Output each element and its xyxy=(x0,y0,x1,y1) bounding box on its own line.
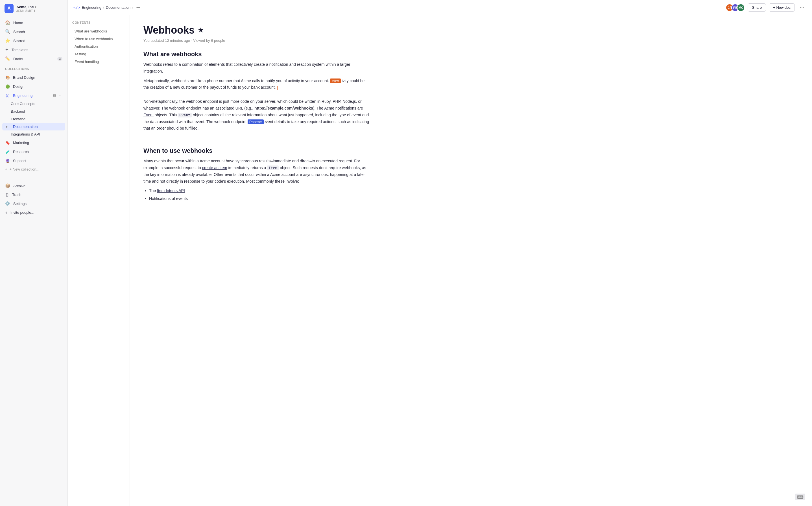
breadcrumb: </> Engineering / Documentation / ☰ xyxy=(73,3,723,12)
bullet-item-2: Notifications of events xyxy=(149,195,370,202)
invite-icon: + xyxy=(5,210,8,215)
sidebar-item-marketing[interactable]: 🔖 Marketing xyxy=(2,138,65,147)
sidebar-item-integrations[interactable]: Integrations & API xyxy=(2,131,65,138)
sidebar-nav: 🏠 Home 🔍 Search ⭐ Starred ✦ Templates ✏️… xyxy=(0,17,68,64)
sidebar-item-documentation[interactable]: ▶ Documentation xyxy=(2,123,65,131)
paragraph-3: Non-metaphorically, the webhook endpoint… xyxy=(144,98,370,132)
cursor-bar-blue xyxy=(199,127,199,131)
toc-item-testing[interactable]: Testing xyxy=(72,51,125,58)
article-title: Webhooks ★ xyxy=(144,24,370,36)
org-name: Acme, Inc ▾ xyxy=(16,5,36,9)
sidebar-item-trash[interactable]: 🗑 Trash xyxy=(2,190,65,199)
sidebar-item-drafts[interactable]: ✏️ Drafts 3 xyxy=(2,54,65,63)
sidebar-item-label: Settings xyxy=(13,201,26,206)
event-code: Event xyxy=(178,113,192,117)
collection-label: Research xyxy=(13,150,29,154)
url-text: https://example.com/webhooks xyxy=(254,106,313,110)
home-icon: 🏠 xyxy=(5,20,10,25)
sidebar-item-label: Home xyxy=(13,21,23,25)
settings-icon: ⚙️ xyxy=(5,201,10,206)
sidebar-item-research[interactable]: 🧪 Research xyxy=(2,147,65,156)
sidebar-bottom: 📦 Archive 🗑 Trash ⚙️ Settings + Invite p… xyxy=(0,180,68,218)
article-meta: You updated 12 minutes ago · Viewed by 6… xyxy=(144,38,370,43)
share-button[interactable]: Share xyxy=(748,3,766,12)
sort-icon[interactable]: ⊟ xyxy=(52,93,57,98)
archive-icon: 📦 xyxy=(5,183,10,188)
drafts-icon: ✏️ xyxy=(5,56,10,61)
trash-icon: 🗑 xyxy=(5,192,9,197)
collections-label: COLLECTIONS xyxy=(0,64,68,72)
toc-item-what[interactable]: What are webhooks xyxy=(72,28,125,35)
sidebar-item-label: Search xyxy=(13,30,25,34)
bullet-item-1: The Item Intents API xyxy=(149,187,370,194)
sidebar-item-settings[interactable]: ⚙️ Settings xyxy=(2,199,65,208)
engineering-breadcrumb-icon: </> xyxy=(73,5,80,10)
sidebar-item-starred[interactable]: ⭐ Starred xyxy=(2,36,65,45)
sidebar-item-core-concepts[interactable]: Core Concepts xyxy=(2,100,65,107)
sidebar-item-label: Invite people... xyxy=(10,210,34,215)
templates-icon: ✦ xyxy=(5,47,9,52)
sidebar-item-brand-design[interactable]: 🎨 Brand Design xyxy=(2,73,65,82)
support-icon: 🔮 xyxy=(5,158,10,163)
more-icon[interactable]: ··· xyxy=(58,93,62,98)
breadcrumb-engineering[interactable]: Engineering xyxy=(82,5,101,10)
sidebar-item-label: Starred xyxy=(13,39,25,43)
bullet-list: The Item Intents API Notifications of ev… xyxy=(149,187,370,202)
collection-label: Support xyxy=(13,159,26,163)
sidebar-item-invite[interactable]: + Invite people... xyxy=(2,208,65,217)
keyboard-icon[interactable]: ⌨ xyxy=(795,494,805,500)
sidebar-item-archive[interactable]: 📦 Archive xyxy=(2,181,65,190)
org-user: JENN SMITH xyxy=(16,9,36,12)
collection-label: Design xyxy=(13,84,24,89)
star-bookmark-icon[interactable]: ★ xyxy=(198,26,203,34)
sidebar-item-design[interactable]: 🟢 Design xyxy=(2,82,65,91)
article-content: Webhooks ★ You updated 12 minutes ago · … xyxy=(130,15,384,506)
toc-item-events[interactable]: Event handling xyxy=(72,58,125,65)
breadcrumb-documentation[interactable]: Documentation xyxy=(106,5,130,10)
item-intents-link[interactable]: Item Intents API xyxy=(157,188,185,193)
avatar-3: MC xyxy=(737,4,745,12)
toc-item-when[interactable]: When to use webhooks xyxy=(72,35,125,43)
sidebar: A Acme, Inc ▾ JENN SMITH 🏠 Home 🔍 Search… xyxy=(0,0,68,506)
new-doc-button[interactable]: + New doc xyxy=(769,3,795,12)
breadcrumb-menu-icon[interactable]: ☰ xyxy=(135,3,142,12)
sidebar-item-templates[interactable]: ✦ Templates xyxy=(2,45,65,54)
highlight-alex: Alex xyxy=(330,79,341,83)
marketing-icon: 🔖 xyxy=(5,140,10,145)
content-area: CONTENTS What are webhooks When to use w… xyxy=(68,15,812,506)
topbar: </> Engineering / Documentation / ☰ JA P… xyxy=(68,0,812,15)
collection-label: Engineering xyxy=(13,93,32,98)
breadcrumb-sep-2: / xyxy=(132,5,133,10)
cursor-bar xyxy=(277,86,278,90)
new-collection-button[interactable]: + + New collection... xyxy=(2,165,65,173)
paragraph-2: Metaphorically, webhooks are like a phon… xyxy=(144,78,370,91)
section-what-title: What are webhooks xyxy=(144,51,370,58)
create-item-link[interactable]: create an item xyxy=(202,165,227,170)
collections-list: 🎨 Brand Design 🟢 Design ⟨/⟩ Engineering … xyxy=(0,72,68,174)
backend-label: Backend xyxy=(11,109,25,113)
sidebar-item-label: Drafts xyxy=(13,57,23,61)
sidebar-item-home[interactable]: 🏠 Home xyxy=(2,18,65,27)
sidebar-item-search[interactable]: 🔍 Search xyxy=(2,27,65,36)
collaborator-avatars: JA PB MC xyxy=(726,4,745,12)
item-code: Item xyxy=(267,165,279,170)
toc-item-auth[interactable]: Authentication xyxy=(72,43,125,50)
topbar-right: JA PB MC Share + New doc ··· xyxy=(726,3,806,12)
sidebar-item-support[interactable]: 🔮 Support xyxy=(2,156,65,165)
core-concepts-label: Core Concepts xyxy=(11,102,35,106)
section-when-title: When to use webhooks xyxy=(144,147,370,155)
new-collection-icon: + xyxy=(5,167,7,171)
expand-icon: ▶ xyxy=(6,125,8,128)
sidebar-item-engineering[interactable]: ⟨/⟩ Engineering ⊟ ··· xyxy=(2,91,65,100)
engineering-icon: ⟨/⟩ xyxy=(5,93,10,98)
breadcrumb-sep-1: / xyxy=(103,5,104,10)
more-options-icon[interactable]: ··· xyxy=(798,3,806,12)
collection-label: Marketing xyxy=(13,141,29,145)
sidebar-item-frontend[interactable]: Frontend xyxy=(2,115,65,123)
org-header[interactable]: A Acme, Inc ▾ JENN SMITH xyxy=(0,0,68,17)
sidebar-item-backend[interactable]: Backend xyxy=(2,107,65,115)
sidebar-item-label: Templates xyxy=(12,48,28,52)
frontend-label: Frontend xyxy=(11,117,25,121)
new-collection-label: + New collection... xyxy=(10,167,39,171)
event-link[interactable]: Event xyxy=(144,113,154,117)
